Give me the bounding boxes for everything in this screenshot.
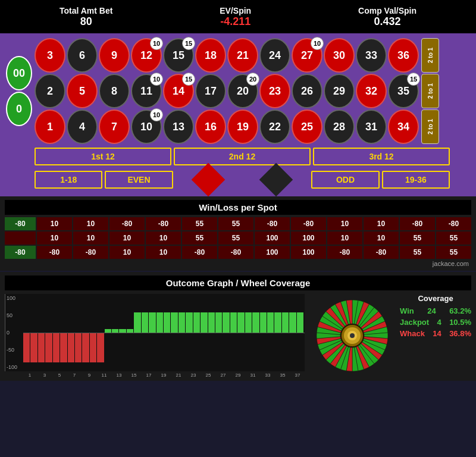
num-12[interactable]: 1210 (131, 38, 162, 73)
wl-r1-c7: 55 (218, 217, 253, 230)
num-16[interactable]: 16 (195, 109, 226, 144)
coverage-jackpot-pct: 10.5% (449, 318, 471, 327)
wl-r2-c0 (5, 231, 36, 245)
bar-36 (289, 312, 296, 333)
num-35[interactable]: 3515 (388, 74, 419, 108)
wl-r2-c3: 10 (109, 231, 145, 245)
bet-19-36[interactable]: 19-36 (382, 171, 450, 189)
bar-5 (60, 333, 67, 362)
winloss-row-3: -80 -80 -80 10 10 -80 -80 100 100 -80 -8… (5, 246, 471, 259)
coverage-title: Coverage (400, 294, 471, 303)
wl-r2-c4: 10 (146, 231, 181, 245)
bar-28 (230, 312, 237, 333)
num-14[interactable]: 1415 (163, 74, 194, 108)
bar-22 (186, 312, 192, 333)
second-dozen[interactable]: 2nd 12 (174, 148, 311, 165)
num-4[interactable]: 4 (67, 109, 98, 144)
wl-r3-c3: -80 (73, 246, 108, 259)
winloss-title: Win/Loss per Spot (5, 200, 471, 215)
num-21[interactable]: 21 (227, 38, 258, 73)
num-33[interactable]: 33 (356, 38, 387, 73)
comp-val-label: Comp Val/Spin (358, 6, 416, 15)
num-26[interactable]: 26 (292, 74, 322, 108)
num-20[interactable]: 2020 (227, 74, 258, 108)
bar-17 (149, 312, 155, 333)
first-dozen[interactable]: 1st 12 (35, 148, 171, 165)
coverage-whack-row: Whack 14 36.8% (400, 329, 471, 338)
num-9[interactable]: 9 (99, 38, 130, 73)
wl-r1-c10: 10 (327, 217, 362, 230)
wl-r2-c12: 55 (436, 231, 471, 245)
num-15[interactable]: 1515 (163, 38, 194, 73)
total-amt-bet-value: 80 (60, 15, 112, 28)
y-label-neg100: -100 (7, 364, 21, 370)
coverage-win-value: 24 (427, 306, 436, 315)
dozen-row: 1st 12 2nd 12 3rd 12 (35, 148, 450, 165)
coverage-whack-pct: 36.8% (449, 329, 471, 338)
num-36[interactable]: 36 (388, 38, 419, 73)
num-27[interactable]: 2710 (292, 38, 322, 73)
num-34[interactable]: 34 (388, 109, 419, 144)
wl-r2-c7: 100 (255, 231, 290, 245)
single-zero[interactable]: 0 (6, 92, 32, 126)
coverage-jackpot-label: Jackpot (400, 318, 429, 327)
num-28[interactable]: 28 (324, 109, 355, 144)
bar-6 (68, 333, 74, 362)
bar-23 (193, 312, 200, 333)
bar-10 (97, 333, 104, 362)
wl-r2-c9: 10 (327, 231, 362, 245)
wl-r2-c10: 10 (364, 231, 399, 245)
number-row-1: 3 6 9 1210 1515 18 21 24 2710 30 33 36 (35, 38, 419, 73)
third-dozen[interactable]: 3rd 12 (313, 148, 450, 165)
num-1[interactable]: 1 (35, 109, 65, 144)
num-3[interactable]: 3 (35, 38, 65, 73)
bet-1-18[interactable]: 1-18 (35, 171, 102, 189)
outcome-title: Outcome Graph / Wheel Coverage (5, 276, 471, 290)
roulette-table: 00 0 3 6 9 1210 1515 18 21 24 2710 30 33… (0, 33, 476, 196)
wl-r2-c1: 10 (37, 231, 72, 245)
bar-29 (237, 312, 244, 333)
wl-r3-c9: 100 (291, 246, 326, 259)
double-zero[interactable]: 00 (6, 56, 32, 90)
num-19[interactable]: 19 (227, 109, 258, 144)
num-23[interactable]: 23 (259, 74, 290, 108)
wl-r3-c11: -80 (364, 246, 399, 259)
bet-red-diamond[interactable] (176, 168, 241, 192)
col-2to1-mid[interactable]: 2 to 1 (421, 74, 439, 108)
col-2to1-bot[interactable]: 2 to 1 (421, 109, 439, 144)
wl-r3-c8: 100 (255, 246, 290, 259)
num-2[interactable]: 2 (35, 74, 65, 108)
num-30[interactable]: 30 (324, 38, 355, 73)
bar-16 (142, 312, 148, 333)
wheel-svg (314, 297, 391, 374)
black-diamond-shape (259, 163, 293, 197)
num-11[interactable]: 1110 (131, 74, 162, 108)
num-17[interactable]: 17 (195, 74, 226, 108)
wl-r1-c12: -80 (400, 217, 435, 230)
num-25[interactable]: 25 (292, 109, 322, 144)
num-18[interactable]: 18 (195, 38, 226, 73)
num-32[interactable]: 32 (356, 74, 387, 108)
bet-odd[interactable]: ODD (311, 171, 379, 189)
bar-37 (297, 312, 303, 333)
num-29[interactable]: 29 (324, 74, 355, 108)
wl-r3-c13: 55 (436, 246, 471, 259)
num-10[interactable]: 1010 (131, 109, 162, 144)
bet-black-diamond[interactable] (243, 168, 309, 192)
num-8[interactable]: 8 (99, 74, 130, 108)
num-5[interactable]: 5 (67, 74, 98, 108)
bar-chart: 100 50 0 -50 -100 1 3 5 7 9 (5, 294, 305, 377)
num-6[interactable]: 6 (67, 38, 98, 73)
num-24[interactable]: 24 (259, 38, 290, 73)
wl-r2-c5: 55 (182, 231, 217, 245)
num-31[interactable]: 31 (356, 109, 387, 144)
bar-30 (245, 312, 252, 333)
outcome-content: 100 50 0 -50 -100 1 3 5 7 9 (5, 294, 471, 377)
num-13[interactable]: 13 (163, 109, 194, 144)
winloss-row-2: 10 10 10 10 55 55 100 100 10 10 55 55 (5, 231, 471, 245)
num-7[interactable]: 7 (99, 109, 130, 144)
col-2to1-top[interactable]: 2 to 1 (421, 38, 439, 73)
bet-even[interactable]: EVEN (105, 171, 173, 189)
outside-row: 1-18 EVEN ODD 19-36 (35, 168, 450, 192)
num-22[interactable]: 22 (259, 109, 290, 144)
